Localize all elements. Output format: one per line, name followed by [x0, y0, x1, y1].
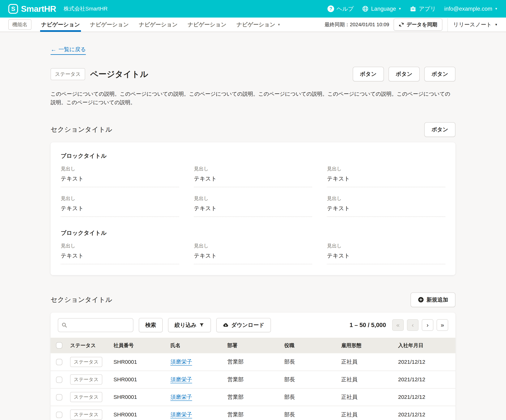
pagination-last-button[interactable]: »	[437, 319, 448, 331]
account-menu[interactable]: info@example.com ▼	[444, 6, 498, 12]
help-link[interactable]: ? ヘルプ	[327, 5, 354, 13]
field: 見出し テキスト	[327, 243, 445, 264]
apps-link[interactable]: アプリ	[410, 5, 436, 13]
back-link[interactable]: ← 一覧に戻る	[51, 46, 86, 55]
page-content: ← 一覧に戻る ステータス ページタイトル ボタン ボタン ボタン このページに…	[0, 32, 506, 420]
cell-status: ステータス	[66, 353, 109, 371]
table-row: ステータス SHR0001 須磨栄子 営業部 部長 正社員 2021/12/12	[51, 388, 455, 406]
field-label: 見出し	[61, 165, 179, 172]
row-select-cell	[51, 406, 66, 420]
search-box	[58, 318, 133, 332]
smarthr-logo-text: SmartHR	[21, 4, 56, 14]
field-value: テキスト	[327, 252, 445, 260]
globe-icon	[362, 6, 369, 12]
cell-status: ステータス	[66, 406, 109, 420]
table-card: 検索 絞り込み ダウンロード 1 – 50 / 5,000 « ‹ › »	[51, 312, 455, 420]
row-checkbox[interactable]	[56, 412, 62, 418]
refresh-icon	[399, 22, 404, 27]
cell-position: 部長	[280, 371, 337, 388]
field-label: 見出し	[194, 195, 312, 202]
header-row: ステータス 社員番号 氏名 部署 役職 雇用形態 入社年月日	[51, 338, 455, 353]
cell-employment: 正社員	[337, 388, 394, 406]
search-icon	[61, 322, 67, 328]
page-action-button-2[interactable]: ボタン	[388, 67, 420, 81]
last-sync-label: 最終同期：2024/01/01 10:09	[325, 21, 389, 28]
page-description: このページについての説明。このページについての説明。このページについての説明。こ…	[51, 90, 455, 107]
row-checkbox[interactable]	[56, 394, 62, 400]
column-header-employment: 雇用形態	[337, 338, 394, 353]
pagination: 1 – 50 / 5,000 « ‹ › »	[349, 319, 448, 331]
field-label: 見出し	[61, 195, 179, 202]
plus-circle-icon	[418, 297, 424, 303]
detail-card: ブロックタイトル 見出し テキスト 見出し テキスト 見出し テキスト 見出し …	[51, 142, 455, 275]
field-label: 見出し	[327, 165, 445, 172]
company-name: 株式会社SmartHR	[64, 5, 107, 13]
search-input[interactable]	[69, 322, 130, 328]
feature-name-badge: 機能名	[8, 19, 31, 30]
pagination-next-button[interactable]: ›	[422, 319, 433, 331]
field: 見出し テキスト	[61, 195, 179, 217]
table-row: ステータス SHR0001 須磨栄子 営業部 部長 正社員 2021/12/12	[51, 406, 455, 420]
section-header-2: セクションタイトル 新規追加	[51, 292, 455, 307]
row-checkbox[interactable]	[56, 359, 62, 365]
toolbox-icon	[410, 6, 416, 12]
table-row: ステータス SHR0001 須磨栄子 営業部 部長 正社員 2021/12/12	[51, 353, 455, 371]
employee-name-link[interactable]: 須磨栄子	[170, 359, 192, 365]
column-header-emp-no: 社員番号	[109, 338, 166, 353]
nav-item-3[interactable]: ナビゲーション	[138, 17, 179, 32]
row-status-badge: ステータス	[70, 392, 102, 402]
cell-name: 須磨栄子	[166, 406, 223, 420]
field-value: テキスト	[327, 204, 445, 212]
field-label: 見出し	[61, 243, 179, 249]
cell-position: 部長	[280, 406, 337, 420]
select-all-checkbox[interactable]	[56, 342, 62, 349]
download-button[interactable]: ダウンロード	[216, 318, 271, 332]
table-row: ステータス SHR0001 須磨栄子 営業部 部長 正社員 2021/12/12	[51, 371, 455, 388]
caret-down-icon: ▼	[398, 7, 401, 10]
account-email: info@example.com	[444, 6, 492, 12]
app-nav: 機能名 ナビゲーション ナビゲーション ナビゲーション ナビゲーション ナビゲー…	[0, 18, 506, 32]
search-button[interactable]: 検索	[139, 318, 163, 332]
nav-divider	[447, 17, 448, 32]
nav-item-label: ナビゲーション	[90, 21, 129, 28]
nav-item-5[interactable]: ナビゲーション ▼	[235, 17, 281, 32]
pagination-prev-button: ‹	[407, 319, 419, 331]
release-notes-menu[interactable]: リリースノート ▼	[453, 21, 498, 28]
field-value: テキスト	[61, 252, 179, 260]
section-action-button[interactable]: ボタン	[424, 122, 455, 137]
cell-emp-no: SHR0001	[109, 353, 166, 371]
employee-name-link[interactable]: 須磨栄子	[170, 376, 192, 382]
page-action-button-1[interactable]: ボタン	[353, 67, 384, 81]
column-header-position: 役職	[280, 338, 337, 353]
cell-name: 須磨栄子	[166, 371, 223, 388]
nav-item-2[interactable]: ナビゲーション	[89, 17, 130, 32]
language-menu[interactable]: Language ▼	[362, 6, 401, 12]
field-value: テキスト	[327, 175, 445, 183]
caret-down-icon: ▼	[495, 7, 498, 10]
table-toolbar: 検索 絞り込み ダウンロード 1 – 50 / 5,000 « ‹ › »	[51, 312, 455, 338]
page-action-button-3[interactable]: ボタン	[424, 67, 455, 81]
filter-button[interactable]: 絞り込み	[168, 318, 211, 332]
row-select-cell	[51, 371, 66, 388]
field-value: テキスト	[194, 252, 312, 260]
employee-name-link[interactable]: 須磨栄子	[170, 412, 192, 417]
nav-item-4[interactable]: ナビゲーション	[187, 17, 227, 32]
field: 見出し テキスト	[61, 165, 179, 187]
column-header-joined: 入社年月日	[394, 338, 455, 353]
employee-name-link[interactable]: 須磨栄子	[170, 394, 192, 400]
row-status-badge: ステータス	[70, 409, 102, 420]
row-checkbox[interactable]	[56, 377, 62, 383]
section-header-1: セクションタイトル ボタン	[51, 122, 455, 137]
cell-dept: 営業部	[223, 388, 280, 406]
field-grid: 見出し テキスト 見出し テキスト 見出し テキスト 見出し テキスト 見出し …	[61, 165, 445, 225]
language-label: Language	[371, 6, 396, 12]
back-arrow-icon: ←	[51, 46, 56, 53]
field-value: テキスト	[61, 204, 179, 212]
cell-employment: 正社員	[337, 353, 394, 371]
field-label: 見出し	[194, 165, 312, 172]
add-new-button[interactable]: 新規追加	[411, 292, 455, 307]
nav-item-1[interactable]: ナビゲーション	[40, 17, 81, 32]
sync-data-button[interactable]: データを同期	[394, 19, 442, 31]
nav-item-label: ナビゲーション	[139, 21, 177, 28]
block-title: ブロックタイトル	[61, 152, 445, 160]
